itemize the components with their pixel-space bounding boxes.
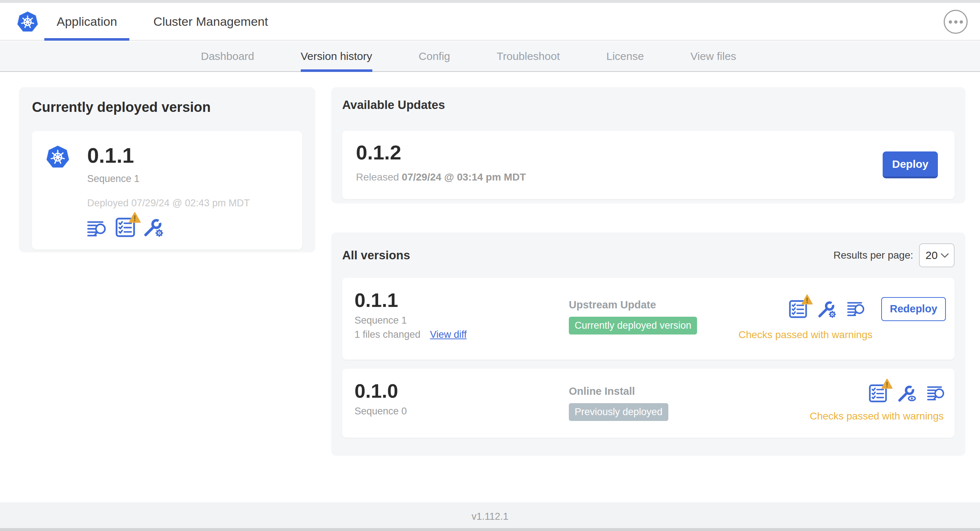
deployed-timestamp: Deployed 07/29/24 @ 02:43 pm MDT	[87, 197, 250, 209]
results-per-page-select[interactable]: 20	[919, 243, 955, 267]
logs-icon[interactable]	[927, 386, 946, 401]
row-sequence: Sequence 0	[355, 406, 569, 417]
ellipsis-icon	[949, 20, 952, 24]
tab-version-history[interactable]: Version history	[288, 41, 385, 71]
status-badge: Previously deployed	[569, 403, 668, 421]
checks-status: Checks passed with warnings	[810, 410, 944, 422]
console-version: v1.112.1	[471, 511, 509, 522]
row-sequence: Sequence 1	[355, 315, 569, 326]
wrench-gear-icon[interactable]	[817, 300, 837, 318]
top-bar: Application Cluster Management	[0, 3, 980, 41]
tab-application[interactable]: Application	[44, 3, 129, 40]
footer: v1.112.1	[0, 502, 980, 531]
preflight-checks-warning-icon[interactable]	[789, 300, 807, 318]
currently-deployed-section: Currently deployed version 0.1.1 Sequenc…	[19, 87, 315, 253]
chevron-down-icon	[941, 253, 949, 258]
warning-triangle-icon	[801, 294, 813, 305]
wrench-gear-icon[interactable]	[143, 218, 164, 237]
available-updates-section: Available Updates 0.1.2 Released 07/29/2…	[331, 87, 966, 203]
logs-icon[interactable]	[847, 302, 866, 317]
row-version-number: 0.1.0	[355, 381, 569, 401]
preflight-checks-warning-icon[interactable]	[869, 384, 887, 402]
warning-triangle-icon	[129, 212, 141, 223]
app-icon	[46, 145, 70, 169]
currently-deployed-title: Currently deployed version	[32, 100, 302, 115]
version-source: Upstream Update	[569, 299, 738, 311]
released-timestamp: Released 07/29/24 @ 03:14 pm MDT	[356, 172, 941, 183]
version-row: 0.1.0 Sequence 0 Online Install Previous…	[342, 369, 955, 438]
version-row: 0.1.1 Sequence 1 1 files changed View di…	[342, 278, 955, 359]
currently-deployed-card: 0.1.1 Sequence 1 Deployed 07/29/24 @ 02:…	[32, 131, 302, 250]
results-per-page-label: Results per page:	[834, 250, 913, 261]
warning-triangle-icon	[881, 378, 893, 389]
deployed-sequence: Sequence 1	[87, 173, 250, 184]
all-versions-title: All versions	[342, 248, 410, 262]
files-changed: 1 files changed	[355, 329, 421, 340]
tab-license[interactable]: License	[594, 41, 656, 71]
top-tabs: Application Cluster Management	[44, 3, 280, 40]
view-diff-link[interactable]: View diff	[430, 329, 467, 340]
row-version-number: 0.1.1	[355, 290, 569, 310]
tab-config[interactable]: Config	[406, 41, 463, 71]
app-nav: Dashboard Version history Config Trouble…	[0, 41, 980, 72]
update-version-number: 0.1.2	[356, 142, 941, 163]
deploy-button[interactable]: Deploy	[883, 151, 938, 178]
overflow-menu-button[interactable]	[944, 10, 968, 34]
version-source: Online Install	[569, 385, 810, 397]
window-top-edge	[0, 0, 980, 3]
preflight-checks-warning-icon[interactable]	[116, 218, 135, 237]
tab-cluster-management[interactable]: Cluster Management	[141, 3, 280, 40]
redeploy-button[interactable]: Redeploy	[881, 297, 946, 321]
tab-view-files[interactable]: View files	[678, 41, 749, 71]
logs-icon[interactable]	[87, 221, 108, 237]
kubernetes-logo-icon	[17, 11, 38, 33]
wrench-eye-icon[interactable]	[897, 384, 917, 402]
checks-status: Checks passed with warnings	[738, 329, 872, 341]
tab-troubleshoot[interactable]: Troubleshoot	[484, 41, 572, 71]
deployed-version-number: 0.1.1	[87, 145, 250, 166]
available-updates-title: Available Updates	[342, 98, 955, 112]
all-versions-section: All versions Results per page: 20 0.1.1 …	[331, 232, 966, 456]
update-card: 0.1.2 Released 07/29/24 @ 03:14 pm MDT D…	[342, 131, 955, 199]
status-badge: Currently deployed version	[569, 317, 697, 334]
tab-dashboard[interactable]: Dashboard	[189, 41, 267, 71]
window-bottom-edge	[0, 528, 980, 531]
